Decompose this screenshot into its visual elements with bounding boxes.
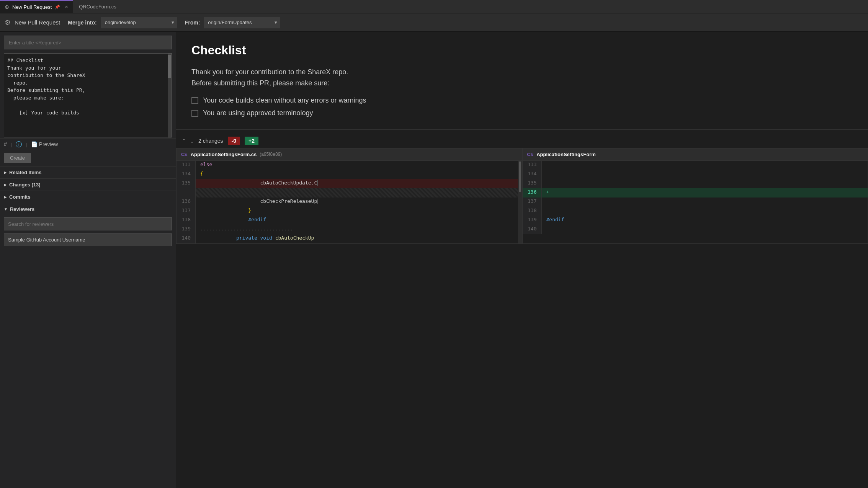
line-code — [542, 225, 868, 234]
info-circle-icon: i — [16, 141, 22, 147]
sidebar-item-changes[interactable]: ▶ Changes (13) — [0, 178, 176, 191]
line-code: cbAutoCheckUpdate.C — [196, 179, 522, 188]
gear-icon: ⚙ — [5, 18, 11, 27]
scrollbar-thumb — [168, 55, 171, 78]
hash-icon[interactable]: # — [4, 141, 7, 147]
line-num: 133 — [177, 161, 196, 170]
pin-icon[interactable]: 📌 — [55, 5, 60, 10]
line-num: 140 — [177, 234, 196, 243]
line-num: 139 — [523, 216, 542, 225]
line-num: 137 — [177, 207, 196, 216]
reviewer-item[interactable]: Sample GitHub Account Username — [4, 233, 172, 246]
diff-line: 138 — [523, 207, 868, 216]
diff-next-button[interactable]: ↓ — [190, 137, 194, 145]
line-code: + — [542, 188, 868, 197]
checklist-item-2: You are using approved terminology — [191, 109, 853, 117]
line-code: } — [196, 207, 522, 216]
diff-vscroll-1[interactable] — [518, 161, 522, 243]
pr-title-input[interactable] — [4, 36, 172, 49]
inactive-tab-label: QRCodeForm.cs — [79, 4, 116, 10]
right-panel: Checklist Thank you for your contributio… — [176, 32, 868, 488]
line-num: 135 — [177, 179, 196, 188]
preview-label: Preview — [39, 141, 58, 147]
reviewers-chevron: ▼ — [4, 207, 8, 211]
checklist-paragraph: Thank you for your contribution to the S… — [191, 67, 853, 89]
line-code: ............................... — [196, 225, 522, 234]
from-branch-select-wrapper[interactable]: origin/FormUpdates — [204, 17, 280, 28]
diff-content-2: 133 134 135 136 + — [523, 161, 868, 234]
line-code: else — [196, 161, 522, 170]
vscroll-thumb — [519, 162, 521, 192]
diff-line: 134 — [523, 170, 868, 179]
cs-icon-2: C# — [527, 152, 534, 157]
active-tab[interactable]: ⊕ New Pull Request 📌 ✕ — [0, 0, 73, 13]
line-num: 134 — [523, 170, 542, 179]
preview-button[interactable]: 📄 Preview — [31, 141, 58, 147]
checklist-item-1: Your code builds clean without any error… — [191, 96, 853, 104]
sidebar-item-commits[interactable]: ▶ Commits — [0, 191, 176, 203]
diff-line: 137 } — [177, 207, 522, 216]
diff-line: 140 — [523, 225, 868, 234]
line-num: 138 — [523, 207, 542, 216]
diff-filename-1: ApplicationSettingsForm.cs — [191, 152, 257, 157]
toolbar: ⚙ New Pull Request Merge into: origin/de… — [0, 13, 868, 32]
diff-changes-label: 2 changes — [198, 138, 223, 144]
inactive-tab[interactable]: QRCodeForm.cs — [73, 0, 123, 13]
diff-file-1: C# ApplicationSettingsForm.cs (a95f8e89)… — [176, 148, 522, 244]
diff-line: 139 ............................... — [177, 225, 522, 234]
diff-toolbar: ↑ ↓ 2 changes -0 +2 — [176, 134, 868, 148]
diff-commit-hash-1: (a95f8e89) — [260, 152, 282, 157]
merge-target-select-wrapper[interactable]: origin/develop — [101, 17, 177, 28]
line-num: 139 — [177, 225, 196, 234]
diff-files-container: C# ApplicationSettingsForm.cs (a95f8e89)… — [176, 148, 868, 244]
diff-file-1-header: C# ApplicationSettingsForm.cs (a95f8e89) — [177, 149, 522, 161]
line-num: 134 — [177, 170, 196, 179]
line-num: 136 — [177, 197, 196, 207]
info-icon[interactable]: i — [16, 141, 22, 147]
line-code — [542, 179, 868, 188]
merge-target-select[interactable]: origin/develop — [101, 17, 177, 28]
diff-line-added: 136 + — [523, 188, 868, 197]
line-code — [542, 170, 868, 179]
line-code: private void cbAutoCheckUp — [196, 234, 522, 243]
from-branch-select[interactable]: origin/FormUpdates — [204, 17, 280, 28]
left-panel: ## Checklist Thank you for your contribu… — [0, 32, 176, 488]
line-num: 140 — [523, 225, 542, 234]
diff-line-hatch — [177, 188, 522, 197]
diff-line: 134 { — [177, 170, 522, 179]
diff-line: 136 cbCheckPreReleaseUp — [177, 197, 522, 207]
checklist-checkbox-2[interactable] — [191, 110, 198, 117]
sidebar-item-related-items[interactable]: ▶ Related Items — [0, 166, 176, 178]
related-items-label: Related Items — [9, 170, 42, 175]
commits-chevron: ▶ — [4, 195, 7, 199]
diff-line: 139 #endif — [523, 216, 868, 225]
reviewers-search-input[interactable] — [4, 217, 172, 230]
close-tab-icon[interactable]: ✕ — [65, 5, 68, 10]
diff-prev-button[interactable]: ↑ — [182, 137, 186, 145]
reviewers-label: Reviewers — [10, 206, 34, 212]
checklist-preview: Checklist Thank you for your contributio… — [176, 32, 868, 130]
checklist-checkbox-1[interactable] — [191, 97, 198, 104]
checklist-item-1-text: Your code builds clean without any error… — [203, 96, 366, 104]
create-button[interactable]: Create — [4, 153, 31, 163]
diff-removed-badge: -0 — [228, 137, 240, 145]
line-code — [542, 207, 868, 216]
diff-added-badge: +2 — [245, 137, 258, 145]
cs-icon-1: C# — [181, 152, 188, 157]
diff-area: ↑ ↓ 2 changes -0 +2 C# ApplicationSettin… — [176, 130, 868, 248]
line-num: 138 — [177, 216, 196, 225]
active-tab-label: New Pull Request — [12, 4, 52, 10]
sidebar-item-reviewers[interactable]: ▼ Reviewers — [0, 203, 176, 215]
merge-into-label: Merge into: — [68, 20, 96, 26]
checklist-item-2-text: You are using approved terminology — [203, 109, 313, 117]
related-items-chevron: ▶ — [4, 170, 7, 175]
main-layout: ## Checklist Thank you for your contribu… — [0, 32, 868, 488]
line-num — [177, 188, 196, 197]
description-toolbar: # | i | 📄 Preview — [0, 139, 176, 150]
title-bar: ⊕ New Pull Request 📌 ✕ QRCodeForm.cs — [0, 0, 868, 13]
line-num: 133 — [523, 161, 542, 170]
description-textarea[interactable]: ## Checklist Thank you for your contribu… — [4, 53, 172, 137]
line-num: 136 — [523, 188, 542, 197]
diff-file-2-header: C# ApplicationSettingsForm — [523, 149, 868, 161]
pull-request-icon: ⊕ — [5, 4, 9, 10]
